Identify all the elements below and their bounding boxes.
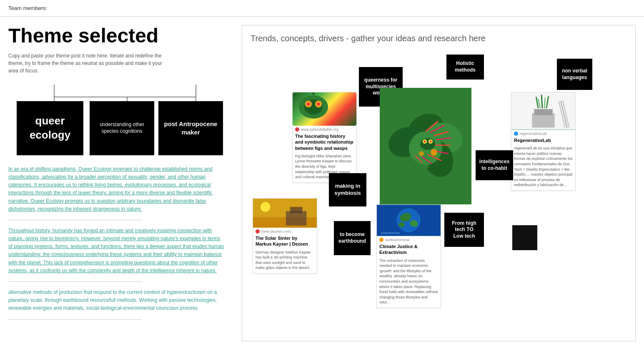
top-bar: Team members: bbox=[0, 0, 644, 17]
box-post-antropocene: post Antropocene maker bbox=[158, 101, 223, 155]
svg-rect-39 bbox=[532, 113, 554, 128]
black-square-decoration bbox=[512, 225, 537, 250]
body-text-1: In an era of shifting paradigms, Queer E… bbox=[8, 165, 225, 213]
svg-point-10 bbox=[307, 102, 310, 106]
svg-point-31 bbox=[420, 138, 435, 150]
source-dot-icon bbox=[295, 127, 299, 132]
solar-title: The Solar Sinter by Markus Kayser | Deze… bbox=[253, 234, 317, 249]
solar-image bbox=[253, 199, 317, 228]
svg-rect-52 bbox=[286, 211, 306, 226]
svg-line-42 bbox=[541, 95, 542, 109]
regenerative-image bbox=[511, 92, 575, 130]
article-card-climate[interactable]: audioamericas audioamericas Climate Just… bbox=[376, 204, 441, 308]
body-text-3: alternative methods of production that r… bbox=[8, 288, 225, 313]
svg-point-35 bbox=[430, 141, 432, 143]
box-queer-ecology: queer ecology bbox=[17, 101, 83, 155]
svg-point-51 bbox=[261, 202, 271, 212]
article-card-regenerative[interactable]: regenerativeLab RegenerativeLab regenera… bbox=[511, 92, 576, 191]
sticky-high-low-tech: From high tech TO Low tech bbox=[444, 213, 484, 247]
plant-flower-image bbox=[380, 88, 471, 204]
solar-source-text: www.dezeen.com bbox=[261, 229, 291, 234]
svg-rect-53 bbox=[290, 207, 303, 213]
climate-image: audioamericas bbox=[377, 205, 441, 236]
svg-point-34 bbox=[424, 141, 426, 143]
svg-point-59 bbox=[398, 222, 405, 227]
plants-svg bbox=[511, 92, 575, 130]
climate-title: Climate Justice & Extractivism bbox=[377, 242, 441, 257]
svg-point-36 bbox=[431, 149, 437, 156]
regenerative-source-text: regenerativeLab bbox=[520, 132, 547, 136]
svg-rect-40 bbox=[534, 109, 552, 115]
earth-svg: audioamericas bbox=[377, 205, 441, 236]
svg-rect-50 bbox=[253, 217, 317, 228]
source-dot-regen bbox=[514, 132, 518, 136]
source-dot-solar bbox=[256, 229, 260, 234]
flower-svg bbox=[380, 88, 471, 204]
sticky-earthbound: to become earthbound bbox=[334, 221, 371, 255]
theme-subtitle: Copy and paste your theme post it note h… bbox=[8, 52, 167, 75]
divider-1 bbox=[8, 220, 142, 220]
beetle-svg bbox=[293, 92, 334, 122]
figs-source: www.splendidtable.org bbox=[293, 126, 356, 132]
article-card-figs-wasps[interactable]: www.splendidtable.org The fascinating hi… bbox=[292, 92, 357, 183]
sticky-nonverbal: non verbal languages bbox=[557, 59, 592, 90]
figs-source-text: www.splendidtable.org bbox=[301, 127, 338, 132]
sticky-intelligences: intelligences to co-habit bbox=[476, 150, 513, 180]
figs-wasps-image bbox=[293, 92, 356, 126]
divider-3 bbox=[8, 319, 142, 320]
sticky-making-symbiosis: making in symbiosis bbox=[329, 173, 366, 206]
svg-text:audioamericas: audioamericas bbox=[381, 231, 400, 234]
svg-point-37 bbox=[419, 151, 424, 156]
team-members-label: Team members: bbox=[8, 5, 47, 11]
box-understanding: understanding other species cognitions bbox=[90, 101, 154, 155]
svg-point-11 bbox=[317, 102, 320, 106]
climate-source-text: audioamericas bbox=[385, 238, 410, 242]
divider-2 bbox=[8, 281, 142, 282]
sticky-holistic: Holistic methods bbox=[446, 55, 484, 80]
solar-desc: German designer Markus Kayser has built … bbox=[253, 249, 317, 273]
tree-diagram: queer ecology understanding other specie… bbox=[8, 85, 225, 155]
desert-svg bbox=[253, 199, 317, 228]
right-panel-title: Trends, concepts, drivers - gather your … bbox=[251, 34, 627, 43]
regenerative-title: RegenerativeLab bbox=[511, 136, 575, 145]
climate-source: audioamericas bbox=[377, 236, 441, 242]
main-layout: Theme selected Copy and paste your theme… bbox=[0, 17, 644, 350]
climate-desc: The extraction of resources needed to ma… bbox=[377, 257, 441, 308]
source-dot-climate bbox=[379, 238, 383, 242]
regenerative-desc: regeneratif.ab es una iniciativa que int… bbox=[511, 145, 575, 190]
right-panel: Trends, concepts, drivers - gather your … bbox=[242, 25, 636, 341]
solar-source: www.dezeen.com bbox=[253, 228, 317, 234]
theme-title: Theme selected bbox=[8, 25, 225, 47]
figs-card-title: The fascinating history and symbiotic re… bbox=[293, 132, 356, 153]
regenerative-source: regenerativeLab bbox=[511, 130, 575, 136]
article-card-solar[interactable]: www.dezeen.com The Solar Sinter by Marku… bbox=[253, 198, 317, 273]
body-text-2: Throughout history, humanity has forged … bbox=[8, 227, 225, 275]
left-panel: Theme selected Copy and paste your theme… bbox=[8, 25, 233, 341]
